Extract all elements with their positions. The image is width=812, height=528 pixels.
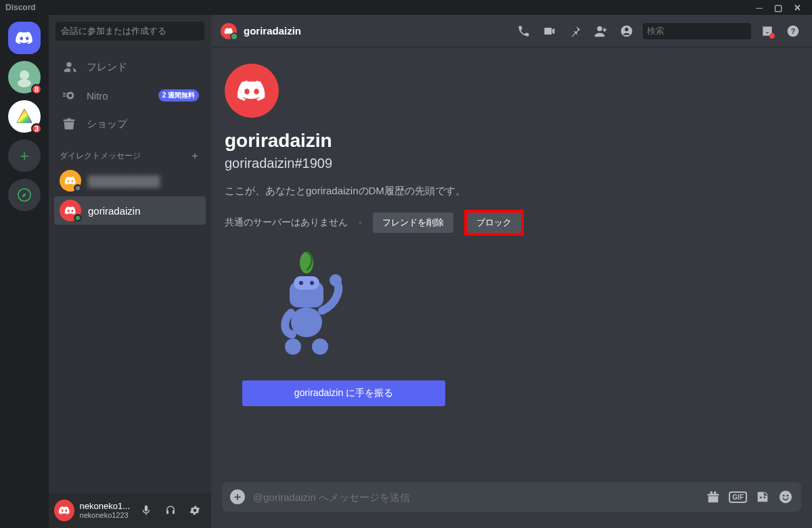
nav-friends[interactable]: フレンド [54,53,206,81]
profile-username: goriradaizin [225,130,798,152]
svg-point-16 [310,281,314,285]
block-button[interactable]: ブロック [467,213,521,233]
create-dm-button[interactable]: ＋ [189,149,200,163]
server-2[interactable]: 3 [8,100,41,133]
remove-friend-button[interactable]: フレンドを削除 [373,213,453,233]
svg-rect-14 [294,276,319,290]
dm-header-label: ダイレクトメッセージ [60,150,141,162]
block-button-highlight: ブロック [464,210,524,236]
welcome-text: ここが、あなたとgoriradaizinのDM履歴の先頭です。 [225,185,798,198]
self-tag: nekoneko1223 [80,511,130,519]
svg-point-21 [760,497,762,499]
svg-point-0 [20,70,29,80]
search-input[interactable] [647,26,761,36]
app-title: Discord [5,3,36,12]
main-area: goriradaizin ? goriradaizin goriradaizin… [211,15,812,528]
server-1-badge: 8 [31,84,42,95]
svg-point-7 [597,26,602,30]
header-title: goriradaizin [244,25,301,37]
message-input[interactable] [253,491,698,503]
guilds-column: 8 3 ＋ [0,15,49,528]
svg-point-19 [312,338,328,355]
svg-point-25 [786,495,788,497]
nav-nitro[interactable]: Nitro 2 週間無料 [54,81,206,110]
emoji-button[interactable] [778,489,793,504]
svg-point-15 [299,281,303,285]
user-panel: nekoneko1... nekoneko1223 [49,493,211,528]
svg-point-9 [625,27,628,30]
nav-shop-label: ショップ [87,118,127,131]
svg-point-23 [780,491,792,503]
home-button[interactable] [8,22,41,54]
gif-button[interactable]: GIF [729,491,747,503]
dm-name-1: goriradaizin [88,205,141,217]
window-close-button[interactable]: ✕ [788,3,807,13]
svg-rect-5 [63,93,66,94]
search-bar[interactable] [643,23,751,39]
dm-item-0[interactable]: ██████████ [54,167,206,195]
profile-button[interactable] [617,22,636,41]
friends-icon [61,60,77,74]
video-call-button[interactable] [540,22,559,41]
profile-avatar [225,64,279,118]
deafen-button[interactable] [160,500,181,521]
settings-button[interactable] [184,500,206,521]
titlebar: Discord ─ ▢ ✕ [0,0,812,15]
attach-button[interactable]: ＋ [230,489,245,504]
gift-button[interactable] [706,489,721,504]
svg-point-18 [285,338,301,355]
nitro-icon [61,88,77,103]
no-common-servers-text: 共通のサーバーはありません [225,217,348,229]
help-button[interactable]: ? [784,22,803,41]
dm-avatar-1 [60,200,81,221]
dm-header: ダイレクトメッセージ ＋ [49,138,211,166]
server-1[interactable]: 8 [8,61,41,93]
svg-point-1 [18,79,31,87]
chat-header: goriradaizin ? [211,15,812,47]
voice-call-button[interactable] [514,22,533,41]
pinned-button[interactable] [566,22,585,41]
server-2-badge: 3 [31,123,42,134]
svg-rect-6 [63,95,66,97]
svg-point-4 [68,93,72,97]
explore-servers-button[interactable] [8,179,41,211]
dm-item-1[interactable]: goriradaizin [54,196,206,225]
wumpus-illustration [256,246,798,368]
self-avatar[interactable] [54,500,74,521]
divider-dot: • [359,217,362,228]
inbox-button[interactable] [758,22,777,41]
svg-point-22 [763,497,765,499]
dm-avatar-0 [60,170,81,192]
chat-content: goriradaizin goriradaizin#1909 ここが、あなたとg… [211,47,812,482]
add-server-button[interactable]: ＋ [8,139,41,172]
wave-button[interactable]: goriradaizin に手を振る [242,380,445,406]
nav-shop[interactable]: ショップ [54,110,206,138]
svg-point-20 [330,274,342,286]
window-maximize-button[interactable]: ▢ [769,3,788,13]
header-avatar [221,23,237,39]
self-username: nekoneko1... [80,502,130,511]
shop-icon [61,116,77,131]
nitro-promo-badge: 2 週間無料 [158,89,199,102]
sidebar: 会話に参加または作成する フレンド Nitro 2 週間無料 ショップ ダイレク… [49,15,211,528]
nav-nitro-label: Nitro [87,90,108,102]
composer: ＋ GIF [211,482,812,528]
mute-button[interactable] [135,500,157,521]
svg-text:?: ? [791,27,796,35]
window-minimize-button[interactable]: ─ [750,3,769,13]
add-friend-button[interactable] [591,22,610,41]
profile-usertag: goriradaizin#1909 [225,156,798,171]
svg-point-24 [783,495,785,497]
nav-friends-label: フレンド [87,61,127,74]
find-conversation-button[interactable]: 会話に参加または作成する [55,22,204,41]
dm-name-0: ██████████ [88,175,160,187]
sticker-button[interactable] [755,489,770,504]
